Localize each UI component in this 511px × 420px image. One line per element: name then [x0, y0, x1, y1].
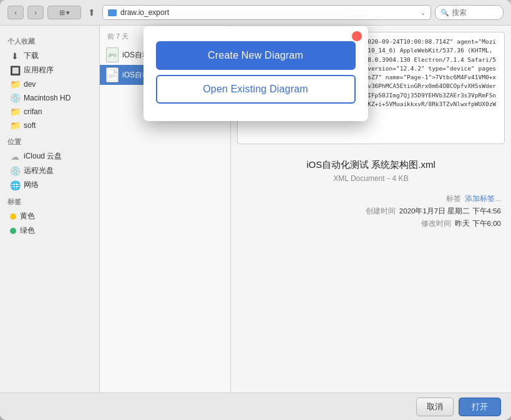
file-thumbnail-xml [106, 67, 119, 82]
tag-row: 标签 添加标签... [241, 194, 501, 203]
search-box[interactable]: 🔍 [435, 5, 504, 20]
apps-icon: 🔲 [10, 66, 20, 76]
yellow-tag-dot [10, 213, 16, 220]
bottom-bar: 取消 打开 [0, 393, 511, 420]
dialog-close-button[interactable] [352, 31, 362, 41]
disk-icon: 💿 [10, 93, 20, 103]
folder-color-icon [108, 9, 117, 16]
modified-meta-value: 昨天 下午6:00 [455, 219, 501, 228]
sidebar-item-label: 远程光盘 [24, 165, 54, 176]
up-folder-icon: ⬆ [88, 7, 95, 17]
modified-meta-label: 修改时间 [421, 219, 451, 228]
tag-meta-label: 标签 [446, 194, 461, 203]
up-folder-button[interactable]: ⬆ [85, 6, 99, 19]
xml-file-icon [107, 69, 117, 81]
cancel-button[interactable]: 取消 [416, 398, 454, 416]
open-existing-diagram-button[interactable]: Open Existing Diagram [156, 75, 356, 104]
sidebar-item-label: 绿色 [20, 225, 35, 236]
path-dropdown-icon: ⌄ [421, 9, 426, 16]
tags-section-label: 标签 [0, 195, 99, 209]
sidebar-item-label: Macintosh HD [24, 94, 71, 102]
sidebar-item-label: 黄色 [20, 211, 35, 222]
modified-row: 修改时间 昨天 下午6:00 [241, 219, 501, 228]
sidebar-item-green-tag[interactable]: 绿色 [2, 223, 97, 238]
sidebar-item-network[interactable]: 🌐 网络 [2, 178, 97, 192]
sidebar-item-macintosh[interactable]: 💿 Macintosh HD [2, 91, 97, 105]
sidebar-item-yellow-tag[interactable]: 黄色 [2, 209, 97, 223]
path-selector[interactable]: draw.io_export ⌄ [102, 5, 431, 20]
file-info-type: XML Document－4 KB [241, 173, 501, 184]
file-info: iOS自动化测试 系统架构图.xml XML Document－4 KB [231, 150, 511, 194]
sidebar-item-label: crifan [24, 107, 42, 116]
sidebar-item-soft[interactable]: 📁 soft [2, 119, 97, 132]
toolbar: ‹ › ⊞ ▾ ⬆ draw.io_export ⌄ 🔍 [0, 0, 511, 26]
sidebar-item-label: 应用程序 [24, 65, 54, 76]
green-tag-dot [10, 228, 16, 234]
created-meta-value: 2020年1月7日 星期二 下午4:56 [399, 207, 501, 216]
network-icon: 🌐 [10, 180, 20, 190]
back-button[interactable]: ‹ [7, 6, 24, 19]
sidebar-item-dev[interactable]: 📁 dev [2, 77, 97, 91]
jpg-icon: JPG [108, 53, 117, 57]
sidebar-item-remote[interactable]: 💿 远程光盘 [2, 164, 97, 178]
sidebar-item-label: soft [24, 121, 36, 130]
sidebar-item-label: dev [24, 80, 36, 89]
cloud-icon: ☁ [10, 152, 20, 162]
forward-button[interactable]: › [27, 6, 44, 19]
sidebar-item-crifan[interactable]: 📁 crifan [2, 105, 97, 119]
folder-icon: 📁 [10, 120, 20, 130]
dialog-box: Create New Diagram Open Existing Diagram [144, 26, 368, 121]
chevron-left-icon: ‹ [14, 9, 17, 16]
grid-icon: ⊞ [59, 9, 65, 17]
download-icon: ⬇ [10, 51, 20, 61]
chevron-right-icon: › [34, 9, 37, 16]
sidebar-item-icloud[interactable]: ☁ iCloud 云盘 [2, 149, 97, 164]
view-toggle-button[interactable]: ⊞ ▾ [47, 6, 81, 19]
locations-section-label: 位置 [0, 135, 99, 149]
sidebar-item-label: iCloud 云盘 [24, 151, 62, 162]
sidebar-item-label: 网络 [24, 180, 39, 190]
folder-icon: 📁 [10, 79, 20, 89]
sidebar-item-label: 下载 [24, 51, 39, 61]
sidebar-item-downloads[interactable]: ⬇ 下载 [2, 49, 97, 63]
created-row: 创建时间 2020年1月7日 星期二 下午4:56 [241, 207, 501, 216]
file-meta: 标签 添加标签... 创建时间 2020年1月7日 星期二 下午4:56 修改时… [231, 194, 511, 232]
disk-icon: 💿 [10, 166, 20, 176]
sidebar: 个人收藏 ⬇ 下载 🔲 应用程序 📁 dev 💿 Macintosh HD 📁 … [0, 26, 100, 393]
favorites-section-label: 个人收藏 [0, 34, 99, 49]
file-thumbnail-jpg: JPG [106, 47, 119, 62]
create-new-diagram-button[interactable]: Create New Diagram [156, 41, 356, 70]
sidebar-item-applications[interactable]: 🔲 应用程序 [2, 63, 97, 77]
view-chevron-icon: ▾ [66, 9, 70, 17]
folder-icon: 📁 [10, 107, 20, 117]
search-icon: 🔍 [440, 9, 449, 17]
tag-add-button[interactable]: 添加标签... [465, 194, 501, 203]
open-button[interactable]: 打开 [459, 398, 501, 416]
file-info-name: iOS自动化测试 系统架构图.xml [241, 159, 501, 171]
current-path-label: draw.io_export [120, 8, 417, 17]
search-input[interactable] [452, 8, 495, 17]
created-meta-label: 创建时间 [366, 207, 396, 216]
